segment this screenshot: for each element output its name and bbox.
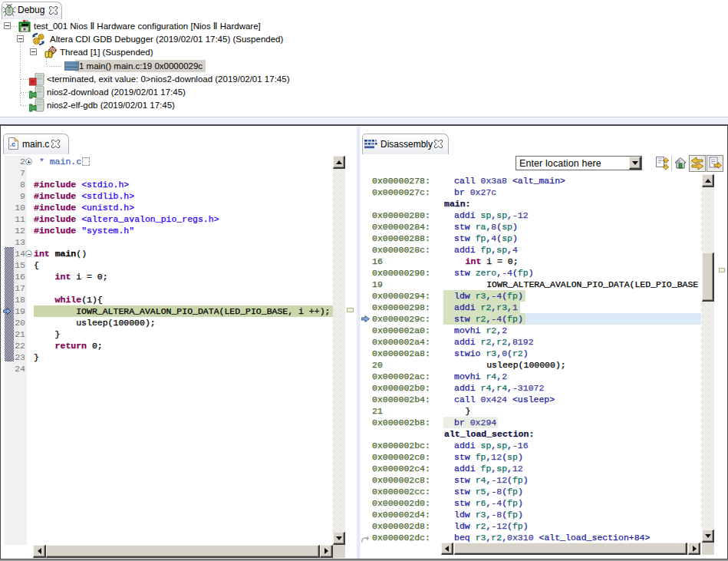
svg-text:.c: .c — [10, 140, 16, 148]
